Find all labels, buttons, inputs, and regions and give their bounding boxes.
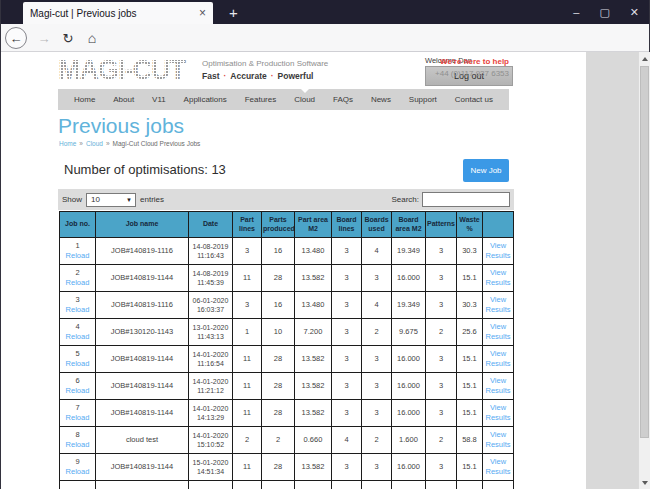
view-results-link[interactable]: View Results [484,376,512,396]
waste-pct-cell: 15.1 [457,265,483,292]
view-results-link[interactable]: View Results [484,430,512,450]
home-button[interactable]: ⌂ [81,27,103,49]
view-results-link[interactable]: View Results [484,403,512,423]
table-row: 5ReloadJOB#140819-114414-01-2020 11:16:5… [60,346,514,373]
nav-item-label: FAQs [333,95,353,104]
date-cell: 14-01-2020 15:10:52 [189,427,233,454]
page-size-select[interactable]: 10 ▼ [86,193,136,207]
part-lines-cell: 11 [233,400,262,427]
browser-window: Magi-cut | Previous jobs × + – ▢ ✕ ← → ↻… [0,0,650,489]
nav-item-features[interactable]: Features [245,89,277,110]
table-row: 9ReloadJOB#140819-114415-01-2020 14:51:3… [60,454,514,481]
column-header[interactable]: Waste % [457,212,483,238]
entries-label: entries [140,195,164,204]
nav-item-applications[interactable]: Applications [184,89,227,110]
reload-link[interactable]: Reload [61,386,94,396]
table-controls-bar: Show 10 ▼ entries Search: [58,189,514,210]
column-header[interactable]: Boards used [362,212,392,238]
tab-close-icon[interactable]: × [193,6,206,20]
view-results-link[interactable]: View Results [484,349,512,369]
nav-item-about[interactable]: About [113,89,134,110]
scroll-down-arrow-icon[interactable] [639,476,650,489]
search-input[interactable] [422,192,510,207]
view-results-link[interactable]: View Results [484,268,512,288]
reload-link[interactable]: Reload [61,251,94,261]
job-no-cell: 1Reload [60,238,96,265]
view-results-link[interactable]: View Results [484,241,512,261]
column-header[interactable]: Job name [96,212,189,238]
reload-link[interactable]: Reload [61,467,94,477]
column-header[interactable] [483,212,514,238]
column-header[interactable]: Board area M2 [392,212,426,238]
column-header[interactable]: Part area M2 [295,212,332,238]
view-results-cell: View Results [483,454,514,481]
job-no-cell: 6Reload [60,373,96,400]
reload-link[interactable]: Reload [61,332,94,342]
breadcrumb-item[interactable]: Home [59,140,76,147]
parts-produced-cell: 16 [262,238,295,265]
patterns-cell: 3 [426,238,457,265]
part-area-m2-cell: 13.582 [295,400,332,427]
reload-link[interactable]: Reload [61,440,94,450]
waste-pct-cell: 15.1 [457,400,483,427]
waste-pct-cell: 30.3 [457,238,483,265]
view-results-link[interactable]: View Results [484,457,512,477]
view-results-link[interactable]: View Results [484,295,512,315]
nav-item-home[interactable]: Home [74,89,95,110]
column-header[interactable]: Board lines [332,212,362,238]
scrollbar-thumb[interactable] [640,66,649,438]
column-header[interactable]: Parts produced [262,212,295,238]
part-lines-cell: 3 [233,292,262,319]
new-tab-button[interactable]: + [223,0,244,24]
nav-item-label: Cloud [294,95,315,104]
waste-pct-cell: 58.8 [457,427,483,454]
reload-button[interactable]: ↻ [57,27,79,49]
boards-used-cell: 4 [362,238,392,265]
nav-item-news[interactable]: News [371,89,391,110]
nav-item-label: Support [409,95,437,104]
nav-item-faqs[interactable]: FAQs [333,89,353,110]
reload-link[interactable]: Reload [61,359,94,369]
part-lines-cell: 11 [233,373,262,400]
window-controls: – ▢ ✕ [573,0,639,24]
name-cell: JOB#140819-1144 [96,400,189,427]
column-header[interactable]: Date [189,212,233,238]
nav-item-support[interactable]: Support [409,89,437,110]
parts-produced-cell: 10 [262,319,295,346]
new-job-button[interactable]: New Job [463,159,509,182]
job-no-cell: 9Reload [60,454,96,481]
breadcrumb-separator: » [79,140,83,147]
patterns-cell: 2 [426,427,457,454]
column-header[interactable]: Job no. [60,212,96,238]
reload-link[interactable]: Reload [61,413,94,423]
waste-pct-cell: 25.6 [457,319,483,346]
nav-item-cloud[interactable]: Cloud [294,89,315,110]
reload-link[interactable]: Reload [61,305,94,315]
parts-produced-cell: 16 [262,292,295,319]
table-row: 8Reloadcloud test14-01-2020 15:10:52220.… [60,427,514,454]
vertical-scrollbar[interactable] [638,52,650,489]
waste-pct-cell: 15.1 [457,454,483,481]
breadcrumb-item[interactable]: Cloud [86,140,103,147]
page-viewport: MAGI-CUT Optimisation & Production Softw… [1,52,650,489]
column-header[interactable]: Part lines [233,212,262,238]
maximize-button[interactable]: ▢ [599,6,609,19]
nav-item-contact-us[interactable]: Contact us [455,89,493,110]
back-button[interactable]: ← [5,27,27,49]
table-row: 3ReloadJOB#140819-111606-01-2020 16:03:3… [60,292,514,319]
reload-link[interactable]: Reload [61,278,94,288]
close-button[interactable]: ✕ [630,6,639,19]
view-results-link[interactable]: View Results [484,322,512,342]
scroll-up-arrow-icon[interactable] [639,52,650,65]
job-no: 3 [61,295,94,305]
job-no: 9 [61,457,94,467]
minimize-button[interactable]: – [573,6,579,18]
nav-item-v11[interactable]: V11 [152,89,166,110]
column-header[interactable]: Patterns [426,212,457,238]
browser-tab[interactable]: Magi-cut | Previous jobs × [23,2,213,24]
view-results-cell: View Results [483,292,514,319]
patterns-cell: 3 [426,454,457,481]
browser-titlebar: Magi-cut | Previous jobs × + – ▢ ✕ [1,0,649,24]
magi-cut-logo[interactable]: MAGI-CUT [58,55,185,85]
breadcrumb: Home»Cloud»Magi-Cut Cloud Previous Jobs [59,140,200,147]
